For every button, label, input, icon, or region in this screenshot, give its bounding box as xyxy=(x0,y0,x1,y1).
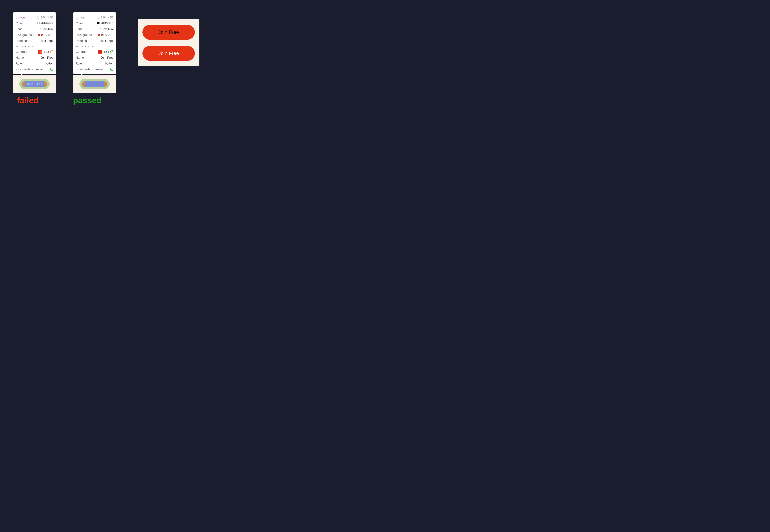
verdict-passed: passed xyxy=(73,95,102,105)
inspected-button[interactable]: Join Free xyxy=(79,79,110,89)
join-free-button-light-text[interactable]: Join Free xyxy=(142,46,195,61)
prop-label: Keyboard-focusable xyxy=(76,67,103,72)
accessibility-header: ACCESSIBILITY xyxy=(16,46,53,48)
accessibility-header: ACCESSIBILITY xyxy=(76,46,113,48)
prop-label: Name xyxy=(76,55,84,60)
contrast-sample-badge: Aa xyxy=(98,50,102,54)
devtools-tooltip-passed: button 149.04 × 59 Color #0B0B0B Font 18… xyxy=(73,12,116,74)
a11y-row-contrast: Contrast Aa 4.51 xyxy=(76,49,113,55)
element-header-row: button 149.04 × 59 xyxy=(76,14,113,20)
button-text-highlight: Join Free xyxy=(25,81,44,87)
prop-label: Padding xyxy=(76,38,87,43)
prop-label: Background xyxy=(76,32,92,37)
prop-row-padding: Padding 18px 36px xyxy=(16,38,53,44)
devtools-tooltip-failed: button 149.04 × 59 Color #FFFFFF Font 18… xyxy=(13,12,56,74)
prop-row-background: Background #E53316 xyxy=(16,32,53,38)
prop-label: Background xyxy=(16,32,32,37)
a11y-row-name: Name Join Free xyxy=(76,55,113,60)
prop-value: #0B0B0B xyxy=(97,21,113,26)
prop-row-padding: Padding 18px 36px xyxy=(76,38,113,44)
prop-value: Aa 4.51 xyxy=(98,49,113,54)
prop-value: #E53316 xyxy=(98,32,113,37)
warning-icon xyxy=(50,50,53,53)
color-swatch-icon xyxy=(38,34,40,36)
element-dimensions: 149.04 × 59 xyxy=(37,15,53,20)
prop-value: 18px Arial xyxy=(40,27,53,32)
prop-value: button xyxy=(45,61,53,66)
prop-value: Aa 4.35 xyxy=(38,49,53,54)
prop-value xyxy=(50,68,53,71)
element-dimensions: 149.04 × 59 xyxy=(97,15,113,20)
prop-label: Font xyxy=(16,27,22,32)
verdict-failed: failed xyxy=(17,95,39,105)
prop-value: 18px 36px xyxy=(39,38,53,43)
a11y-row-focusable: Keyboard-focusable xyxy=(16,66,53,72)
prop-label: Role xyxy=(76,61,82,66)
prop-label: Contrast xyxy=(76,49,87,54)
inspected-button[interactable]: Join Free xyxy=(19,79,50,89)
prop-row-font: Font 18px Arial xyxy=(76,26,113,32)
prop-row-color: Color #FFFFFF xyxy=(16,20,53,26)
check-icon xyxy=(110,50,113,53)
prop-label: Color xyxy=(16,21,23,26)
prop-row-font: Font 18px Arial xyxy=(16,26,53,32)
prop-label: Role xyxy=(16,61,22,66)
prop-value: #E53316 xyxy=(38,32,53,37)
prop-label: Contrast xyxy=(16,49,27,54)
color-swatch-icon xyxy=(37,22,40,24)
check-icon xyxy=(110,68,113,71)
prop-label: Font xyxy=(76,27,82,32)
prop-value xyxy=(110,68,113,71)
a11y-row-contrast: Contrast Aa 4.35 xyxy=(16,49,53,55)
comparison-panel: Join Free Join Free xyxy=(138,19,199,66)
prop-value: button xyxy=(105,61,113,66)
prop-label: Keyboard-focusable xyxy=(16,67,43,72)
prop-value: 18px 36px xyxy=(99,38,113,43)
check-icon xyxy=(50,68,53,71)
prop-value: #FFFFFF xyxy=(37,21,53,26)
color-swatch-icon xyxy=(98,34,100,36)
element-tag: button xyxy=(16,15,25,20)
color-swatch-icon xyxy=(97,22,99,24)
prop-value: Join Free xyxy=(101,55,113,60)
inspected-button-preview-failed: Join Free xyxy=(13,75,56,93)
prop-row-color: Color #0B0B0B xyxy=(76,20,113,26)
prop-value: 18px Arial xyxy=(100,27,113,32)
prop-value: Join Free xyxy=(41,55,53,60)
prop-label: Color xyxy=(76,21,83,26)
prop-label: Padding xyxy=(16,38,27,43)
element-tag: button xyxy=(76,15,85,20)
element-header-row: button 149.04 × 59 xyxy=(16,14,53,20)
a11y-row-role: Role button xyxy=(76,60,113,66)
a11y-row-focusable: Keyboard-focusable xyxy=(76,66,113,72)
a11y-row-role: Role button xyxy=(16,60,53,66)
contrast-sample-badge: Aa xyxy=(38,50,42,54)
a11y-row-name: Name Join Free xyxy=(16,55,53,60)
prop-row-background: Background #E53316 xyxy=(76,32,113,38)
button-text-highlight: Join Free xyxy=(85,81,104,87)
inspected-button-preview-passed: Join Free xyxy=(73,75,116,93)
prop-label: Name xyxy=(16,55,24,60)
join-free-button-dark-text[interactable]: Join Free xyxy=(142,25,195,40)
